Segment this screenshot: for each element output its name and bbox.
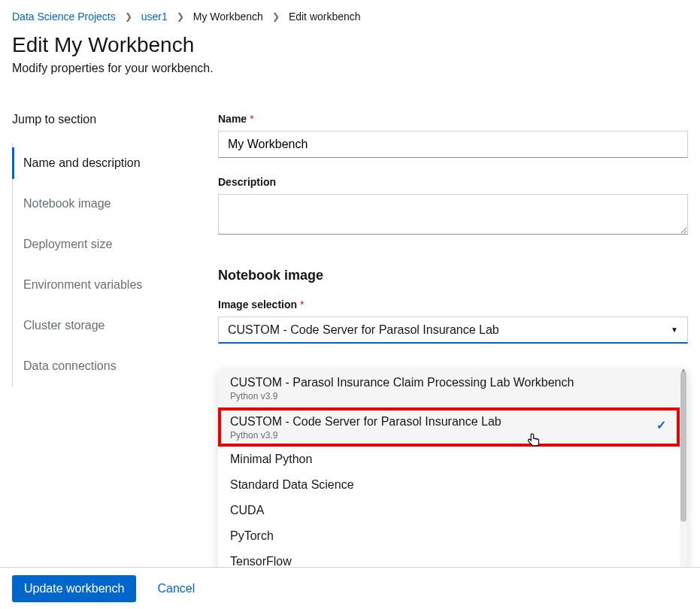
caret-down-icon: ▼ [671,326,678,334]
dropdown-option-label: CUSTOM - Parasol Insurance Claim Process… [230,376,668,389]
page-header: Edit My Workbench Modify properties for … [0,29,700,83]
image-selection-options-panel: CUSTOM - Parasol Insurance Claim Process… [218,368,687,574]
breadcrumb-link-user[interactable]: user1 [141,11,168,23]
dropdown-option[interactable]: Minimal Python [218,447,680,472]
chevron-right-icon: ❯ [125,11,132,22]
chevron-right-icon: ❯ [272,11,280,22]
jump-item-cluster-storage[interactable]: Cluster storage [13,305,195,346]
workbench-form: Name* Description Notebook image Image s… [218,113,688,386]
name-input[interactable] [218,131,688,158]
chevron-right-icon: ❯ [177,11,184,22]
breadcrumb-item-workbench: My Workbench [193,11,263,23]
jump-to-section-nav: Jump to section Name and description Not… [12,113,195,386]
footer-actions: Update workbench Cancel [0,567,700,609]
dropdown-option[interactable]: CUSTOM - Parasol Insurance Claim Process… [218,368,680,408]
page-title: Edit My Workbench [12,33,688,57]
dropdown-option-sub: Python v3.9 [230,430,668,441]
jump-to-section-title: Jump to section [12,113,195,126]
jump-item-notebook-image[interactable]: Notebook image [13,183,195,224]
breadcrumb-link-projects[interactable]: Data Science Projects [12,11,116,23]
breadcrumb-item-current: Edit workbench [289,11,361,23]
dropdown-option[interactable]: CUDA [218,498,680,523]
dropdown-option[interactable]: Standard Data Science [218,472,680,498]
jump-item-environment-variables[interactable]: Environment variables [13,265,195,305]
breadcrumb: Data Science Projects ❯ user1 ❯ My Workb… [0,0,700,29]
cancel-button[interactable]: Cancel [157,582,195,595]
image-selection-value: CUSTOM - Code Server for Parasol Insuran… [228,323,499,337]
dropdown-option-selected[interactable]: CUSTOM - Code Server for Parasol Insuran… [218,408,680,447]
name-label: Name* [218,113,688,125]
jump-item-data-connections[interactable]: Data connections [13,346,195,386]
dropdown-option-sub: Python v3.9 [230,391,668,401]
page-subtitle: Modify properties for your workbench. [12,62,688,75]
description-label: Description [218,176,688,188]
image-selection-dropdown[interactable]: CUSTOM - Code Server for Parasol Insuran… [218,317,688,344]
update-workbench-button[interactable]: Update workbench [12,575,136,602]
image-selection-label: Image selection* [218,298,688,311]
jump-item-name-and-description[interactable]: Name and description [13,143,195,183]
required-indicator: * [300,298,304,311]
check-icon: ✓ [656,418,666,432]
dropdown-option[interactable]: PyTorch [218,523,680,549]
notebook-image-heading: Notebook image [218,268,688,283]
dropdown-option-label: CUSTOM - Code Server for Parasol Insuran… [230,415,668,429]
jump-item-deployment-size[interactable]: Deployment size [13,224,195,265]
description-textarea[interactable] [218,194,688,235]
required-indicator: * [250,113,253,125]
scroll-thumb[interactable] [680,371,686,522]
dropdown-scrollbar[interactable]: ▲ ▼ [680,368,687,574]
